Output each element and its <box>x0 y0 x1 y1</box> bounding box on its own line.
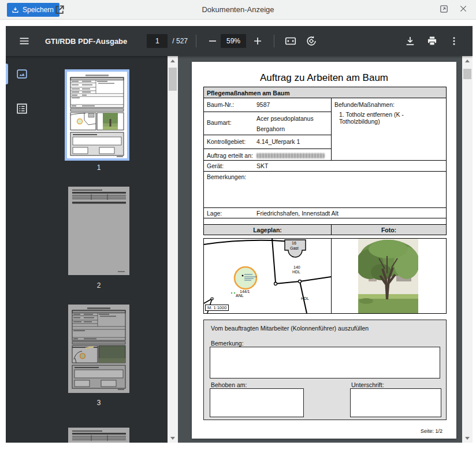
map-parcel-140: 140 <box>293 265 300 269</box>
foto-header: Foto: <box>331 224 447 235</box>
baum-nr-value: 9587 <box>256 101 270 108</box>
field-baum-nr: Baum-Nr.: 9587 <box>203 98 332 112</box>
kebab-menu-icon <box>449 36 459 46</box>
document-outline-icon <box>16 102 28 115</box>
document-scroll-down-button[interactable] <box>462 433 473 443</box>
thumbnail-3-preview <box>68 305 129 393</box>
tree-photo <box>358 239 418 313</box>
selected-tab-indicator <box>6 64 8 84</box>
document-area: Auftrag zu Arbeiten am Baum Pflegemaßnah… <box>178 56 462 443</box>
befunde-item: 1. Totholz entfernen (K - Totholzbildung… <box>339 111 446 125</box>
kontrollgebiet-value: 4.14_Uferpark 1 <box>256 138 300 145</box>
lageplan-header-label: Lageplan: <box>253 227 282 233</box>
close-icon <box>459 4 468 13</box>
download-icon <box>404 35 416 47</box>
bemerkung-label: Bemerkung: <box>211 340 244 347</box>
plus-icon <box>252 36 263 46</box>
fit-width-icon <box>284 35 297 47</box>
bemerkung-box <box>210 347 440 379</box>
lage-label: Lage: <box>207 210 222 217</box>
map-building-name: Gast <box>290 246 299 250</box>
geraet-label: Gerät: <box>207 162 224 169</box>
lageplan-header: Lageplan: <box>203 224 332 235</box>
window-title: Dokumenten-Anzeige <box>0 5 476 14</box>
rotate-icon <box>305 35 318 47</box>
field-lage: Lage: Friedrichshafen, Innenstadt Alt <box>203 207 447 218</box>
photo-panel <box>331 238 447 314</box>
toolbar-divider <box>196 35 196 47</box>
behoben-am-label: Behoben am: <box>211 381 247 388</box>
behoben-am-box <box>210 388 304 417</box>
map-building-number: 16 <box>292 241 296 245</box>
map-scale: M. 1:1000 <box>205 305 229 311</box>
sidebar-scrollbar[interactable] <box>168 56 178 443</box>
zoom-in-button[interactable] <box>250 33 266 49</box>
field-befunde: Befunde/Maßnahmen: 1. Totholz entfernen … <box>331 98 447 161</box>
pdf-page: Auftrag zu Arbeiten am Baum Pflegemaßnah… <box>192 62 456 439</box>
auftrag-label: Auftrag erteilt an: <box>207 152 253 159</box>
map-hdl-label-2: HDL <box>301 296 309 300</box>
fill-in-section: Vom beauftragten Mitarbeiter (Kolonnenfü… <box>203 320 447 420</box>
site-map-drawing <box>204 239 331 313</box>
zoom-level[interactable]: 59% <box>221 34 246 48</box>
unterschrift-label: Unterschrift: <box>351 381 384 388</box>
field-kontrollgebiet: Kontrollgebiet: 4.14_Uferpark 1 <box>203 135 332 149</box>
field-baumart: Baumart: Acer pseudoplatanus Bergahorn <box>203 112 332 135</box>
zoom-out-button[interactable] <box>204 33 221 49</box>
bemerkungen-label: Bemerkungen: <box>207 173 246 180</box>
map-hdl-label-1: HDL <box>292 270 300 274</box>
minus-icon <box>207 36 218 46</box>
befunde-label: Befunde/Maßnahmen: <box>334 101 395 108</box>
fill-section-header: Vom beauftragten Mitarbeiter (Kolonnenfü… <box>211 325 369 332</box>
page-footer: Seite: 1/2 <box>421 428 442 434</box>
page-thumbnail-1[interactable] <box>65 69 129 161</box>
kontrollgebiet-label: Kontrollgebiet: <box>207 138 246 145</box>
page-thumbnail-4[interactable] <box>68 428 129 443</box>
thumbnail-2-label: 2 <box>65 281 133 290</box>
restore-window-button[interactable] <box>438 4 449 16</box>
field-bemerkungen: Bemerkungen: <box>203 171 447 208</box>
print-icon <box>426 35 438 47</box>
unterschrift-box <box>350 388 441 417</box>
page-thumbnail-3[interactable] <box>68 305 129 393</box>
restore-window-icon <box>439 4 449 14</box>
close-window-button[interactable] <box>458 4 469 16</box>
form-section-header: Pflegemaßnahmen am Baum <box>203 87 447 98</box>
lage-value: Friedrichshafen, Innenstadt Alt <box>256 210 339 217</box>
pdf-document-title: GTI/RDB PDF-Ausgabe <box>45 37 127 46</box>
field-geraet: Gerät: SKT <box>203 160 447 172</box>
sidebar-scroll-down-button[interactable] <box>168 433 178 443</box>
baumart-value-german: Bergahorn <box>256 125 285 132</box>
window-titlebar: Speichern Dokumenten-Anzeige <box>0 0 476 20</box>
geraet-value: SKT <box>256 162 268 169</box>
thumbnails-icon <box>16 68 28 80</box>
page-thumbnail-2[interactable] <box>68 187 129 275</box>
section-header-label: Pflegemaßnahmen am Baum <box>207 90 290 97</box>
sidebar-scrollbar-thumb[interactable] <box>169 68 177 91</box>
download-button[interactable] <box>402 33 418 49</box>
site-map: 16 Gast 140 HDL 144/1 ANL HDL M. 1:1000 <box>203 238 332 314</box>
field-auftrag-erteilt-an: Auftrag erteilt an: <box>203 149 332 161</box>
baumart-label: Baumart: <box>207 119 232 126</box>
thumbnail-1-preview <box>67 72 127 158</box>
menu-button[interactable] <box>16 33 32 49</box>
form-title: Auftrag zu Arbeiten am Baum <box>192 72 456 84</box>
map-parcel-144: 144/1 <box>240 290 250 294</box>
page-number-input[interactable] <box>147 34 168 48</box>
baum-nr-label: Baum-Nr.: <box>207 101 234 108</box>
outline-tab[interactable] <box>14 101 30 117</box>
thumbnail-4-preview <box>68 428 129 443</box>
print-button[interactable] <box>424 33 440 49</box>
document-scroll-up-button[interactable] <box>462 56 473 65</box>
sidebar-scroll-up-button[interactable] <box>168 56 178 65</box>
rotate-button[interactable] <box>303 33 319 49</box>
fit-to-page-button[interactable] <box>282 33 299 49</box>
thumbnails-tab[interactable] <box>14 66 30 82</box>
more-options-button[interactable] <box>446 33 462 49</box>
pdf-viewer: GTI/RDB PDF-Ausgabe / 527 59% <box>6 26 473 443</box>
document-scrollbar[interactable] <box>462 56 473 443</box>
document-scrollbar-thumb[interactable] <box>463 69 471 79</box>
map-anl-label: ANL <box>236 294 244 298</box>
toolbar-divider <box>274 35 274 47</box>
thumbnail-3-label: 3 <box>65 399 133 407</box>
